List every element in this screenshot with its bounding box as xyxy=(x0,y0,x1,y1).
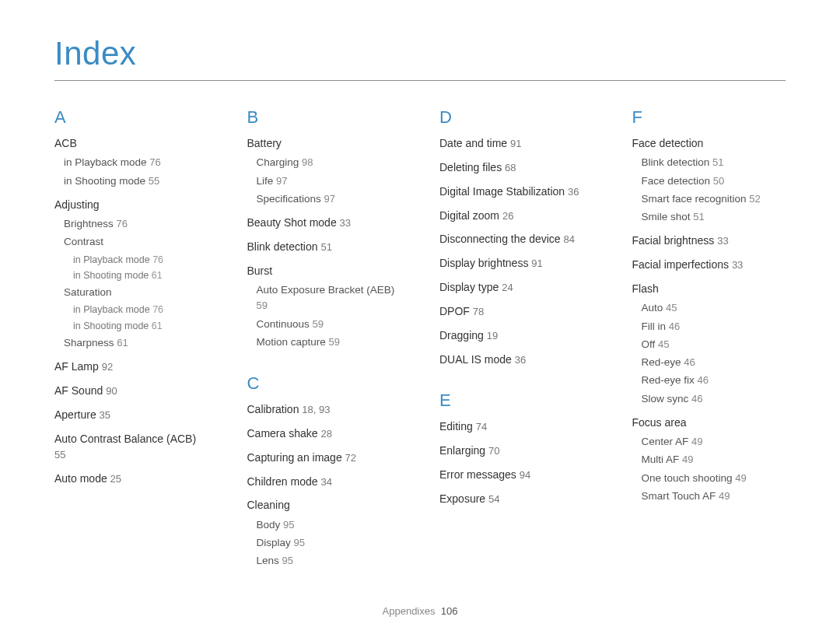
index-entry[interactable]: Face detection 50 xyxy=(642,173,786,189)
page-ref: 55 xyxy=(54,449,65,461)
index-entry[interactable]: Auto mode 25 xyxy=(54,471,208,487)
page-ref: 25 xyxy=(110,473,121,485)
page-ref: 59 xyxy=(313,318,324,330)
page-ref: 24 xyxy=(502,282,513,293)
index-entry[interactable]: Battery xyxy=(247,135,401,151)
index-entry[interactable]: Editing 74 xyxy=(439,419,593,435)
index-entry[interactable]: Digital Image Stabilization 36 xyxy=(439,184,593,200)
index-column: FFace detectionBlink detection 51Face de… xyxy=(632,103,786,587)
index-entry[interactable]: Exposure 54 xyxy=(439,491,593,507)
index-entry[interactable]: Off 45 xyxy=(642,337,786,352)
index-entry[interactable]: Blink detection 51 xyxy=(247,239,401,255)
page-ref: 36 xyxy=(515,354,526,366)
page-ref: 76 xyxy=(149,156,160,168)
index-entry[interactable]: Fill in 46 xyxy=(642,319,786,335)
page-ref: 84 xyxy=(564,233,575,245)
index-entry[interactable]: Date and time 91 xyxy=(439,135,593,152)
page-ref: 55 xyxy=(149,175,159,187)
index-entry[interactable]: Smile shot 51 xyxy=(642,209,786,225)
page-ref: 59 xyxy=(257,299,268,311)
index-entry[interactable]: Calibration 18, 93 xyxy=(247,401,401,418)
index-entry[interactable]: Display type 24 xyxy=(439,279,593,296)
index-entry[interactable]: Facial brightness 33 xyxy=(632,233,786,249)
index-entry[interactable]: Cleaning xyxy=(247,497,401,513)
index-entry[interactable]: Sharpness 61 xyxy=(64,335,208,351)
index-entry[interactable]: Display brightness 91 xyxy=(439,255,593,271)
index-entry[interactable]: AF Sound 90 xyxy=(54,383,208,399)
page-ref: 61 xyxy=(152,270,163,281)
index-entry[interactable]: Display 95 xyxy=(257,535,401,551)
page-ref: 45 xyxy=(658,338,669,350)
index-entry[interactable]: ACB xyxy=(54,135,208,151)
index-entry[interactable]: Smart face recognition 52 xyxy=(642,191,786,207)
index-entry[interactable]: Capturing an image 72 xyxy=(247,450,401,466)
index-letter: B xyxy=(247,107,401,128)
index-entry[interactable]: Body 95 xyxy=(257,517,401,533)
index-entry[interactable]: Red-eye 46 xyxy=(642,355,786,370)
page-ref: 68 xyxy=(505,162,516,173)
index-entry[interactable]: Life 97 xyxy=(257,173,401,189)
index-entry[interactable]: Enlarging 70 xyxy=(439,443,593,459)
index-entry[interactable]: Auto Contrast Balance (ACB) 55 xyxy=(54,431,208,463)
index-entry[interactable]: Continuous 59 xyxy=(257,317,401,332)
index-entry[interactable]: Brightness 76 xyxy=(64,216,208,232)
index-entry[interactable]: Deleting files 68 xyxy=(439,159,593,176)
index-entry[interactable]: in Playback mode 76 xyxy=(64,155,208,170)
index-entry[interactable]: Lens 95 xyxy=(257,553,401,569)
page-ref: 46 xyxy=(698,374,709,386)
index-entry[interactable]: Specifications 97 xyxy=(257,191,401,207)
index-entry[interactable]: Error messages 94 xyxy=(439,467,593,483)
index-entry[interactable]: Auto 45 xyxy=(642,300,786,316)
footer-section: Appendixes xyxy=(383,605,436,617)
index-entry[interactable]: Slow sync 46 xyxy=(642,391,786,407)
index-entry[interactable]: Multi AF 49 xyxy=(642,452,786,468)
page-ref: 46 xyxy=(669,321,680,332)
index-entry[interactable]: Burst xyxy=(247,263,401,278)
index-entry[interactable]: Motion capture 59 xyxy=(257,335,401,350)
index-entry[interactable]: DUAL IS mode 36 xyxy=(439,352,593,368)
index-entry[interactable]: Center AF 49 xyxy=(642,434,786,450)
page-ref: 28 xyxy=(320,428,331,440)
page-ref: 26 xyxy=(502,210,513,222)
index-entry[interactable]: Charging 98 xyxy=(257,155,401,170)
index-letter: F xyxy=(632,107,786,128)
index-entry[interactable]: in Shooting mode 61 xyxy=(73,319,208,334)
index-entry[interactable]: Smart Touch AF 49 xyxy=(642,489,786,504)
page-ref: 98 xyxy=(302,156,313,168)
page-ref: 49 xyxy=(719,490,730,502)
index-entry[interactable]: Dragging 19 xyxy=(439,328,593,344)
index-entry[interactable]: Auto Exposure Bracket (AEB) 59 xyxy=(257,282,401,314)
page-ref: 45 xyxy=(666,302,677,313)
index-entry[interactable]: Aperture 35 xyxy=(54,407,208,423)
index-entry[interactable]: Facial imperfections 33 xyxy=(632,257,786,273)
page-ref: 95 xyxy=(282,555,293,566)
index-entry[interactable]: in Shooting mode 61 xyxy=(73,268,208,283)
index-column: DDate and time 91Deleting files 68Digita… xyxy=(439,103,593,587)
page-ref: 97 xyxy=(276,175,287,187)
index-entry[interactable]: Blink detection 51 xyxy=(642,155,786,170)
page-ref: 90 xyxy=(106,385,117,397)
index-entry[interactable]: One touch shooting 49 xyxy=(642,471,786,486)
index-entry[interactable]: in Playback mode 76 xyxy=(73,253,208,268)
index-entry[interactable]: Saturation xyxy=(64,285,208,300)
index-entry[interactable]: Contrast xyxy=(64,234,208,250)
index-entry[interactable]: Digital zoom 26 xyxy=(439,208,593,224)
page-ref: 92 xyxy=(102,361,113,373)
page-ref: 72 xyxy=(345,452,356,464)
index-entry[interactable]: in Shooting mode 55 xyxy=(64,173,208,189)
index-entry[interactable]: Beauty Shot mode 33 xyxy=(247,215,401,231)
index-entry[interactable]: Adjusting xyxy=(54,197,208,212)
index-entry[interactable]: Red-eye fix 46 xyxy=(642,373,786,388)
index-column: BBatteryCharging 98Life 97Specifications… xyxy=(247,103,401,587)
index-letter: D xyxy=(439,107,593,128)
index-entry[interactable]: Flash xyxy=(632,281,786,296)
index-entry[interactable]: in Playback mode 76 xyxy=(73,303,208,317)
index-entry[interactable]: Face detection xyxy=(632,135,786,151)
index-entry[interactable]: Camera shake 28 xyxy=(247,426,401,442)
index-entry[interactable]: AF Lamp 92 xyxy=(54,359,208,375)
index-entry[interactable]: DPOF 78 xyxy=(439,303,593,320)
index-entry[interactable]: Children mode 34 xyxy=(247,474,401,490)
page-ref: 34 xyxy=(320,476,331,488)
index-entry[interactable]: Focus area xyxy=(632,415,786,430)
index-entry[interactable]: Disconnecting the device 84 xyxy=(439,231,593,247)
